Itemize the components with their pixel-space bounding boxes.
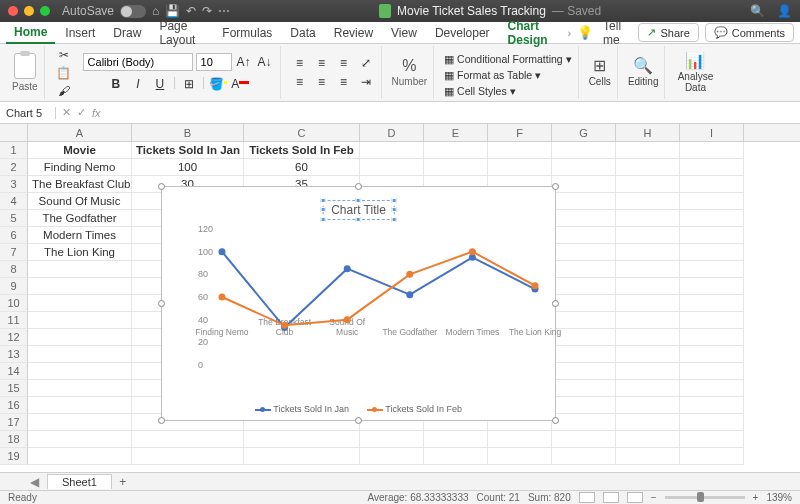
resize-handle[interactable] xyxy=(552,417,559,424)
cell[interactable] xyxy=(552,159,616,176)
cell[interactable]: Tickets Sold In Jan xyxy=(132,142,244,159)
column-header[interactable]: A xyxy=(28,124,132,141)
column-header[interactable]: C xyxy=(244,124,360,141)
cell[interactable]: 60 xyxy=(244,159,360,176)
cell[interactable] xyxy=(680,448,744,465)
cell[interactable] xyxy=(360,431,424,448)
cell[interactable] xyxy=(680,210,744,227)
resize-handle[interactable] xyxy=(158,183,165,190)
cell[interactable] xyxy=(132,431,244,448)
italic-button[interactable]: I xyxy=(129,75,147,93)
cell[interactable] xyxy=(616,380,680,397)
cell[interactable] xyxy=(616,159,680,176)
cell[interactable]: Modern Times xyxy=(28,227,132,244)
zoom-slider[interactable] xyxy=(665,496,745,499)
cell[interactable] xyxy=(616,329,680,346)
fx-icon[interactable]: fx xyxy=(92,107,101,119)
cell[interactable] xyxy=(616,261,680,278)
tab-formulas[interactable]: Formulas xyxy=(214,23,280,43)
cell[interactable] xyxy=(552,431,616,448)
select-all-corner[interactable] xyxy=(0,124,28,141)
cell[interactable] xyxy=(552,142,616,159)
tab-data[interactable]: Data xyxy=(282,23,323,43)
cell[interactable] xyxy=(680,380,744,397)
cell[interactable] xyxy=(488,142,552,159)
resize-handle[interactable] xyxy=(355,183,362,190)
cell[interactable] xyxy=(28,380,132,397)
cell[interactable] xyxy=(28,448,132,465)
tab-chart-design[interactable]: Chart Design xyxy=(500,16,566,50)
more-tabs-icon[interactable]: › xyxy=(567,27,571,39)
align-bottom-icon[interactable]: ≡ xyxy=(335,54,353,72)
cell[interactable] xyxy=(552,380,616,397)
confirm-formula-icon[interactable]: ✓ xyxy=(77,106,86,119)
chart-legend[interactable]: Tickets Sold In Jan Tickets Sold In Feb xyxy=(162,404,555,414)
row-header[interactable]: 10 xyxy=(0,295,28,312)
zoom-level[interactable]: 139% xyxy=(766,492,792,503)
resize-handle[interactable] xyxy=(158,300,165,307)
row-header[interactable]: 1 xyxy=(0,142,28,159)
tab-review[interactable]: Review xyxy=(326,23,381,43)
column-header[interactable]: H xyxy=(616,124,680,141)
cell[interactable] xyxy=(680,176,744,193)
cell[interactable] xyxy=(28,295,132,312)
cell[interactable] xyxy=(616,295,680,312)
cancel-formula-icon[interactable]: ✕ xyxy=(62,106,71,119)
editing-group[interactable]: 🔍 Editing xyxy=(622,46,666,99)
cell[interactable] xyxy=(680,346,744,363)
cell[interactable] xyxy=(616,210,680,227)
row-header[interactable]: 15 xyxy=(0,380,28,397)
cell[interactable] xyxy=(28,397,132,414)
font-size-select[interactable] xyxy=(196,53,232,71)
page-layout-view-icon[interactable] xyxy=(603,492,619,503)
row-header[interactable]: 17 xyxy=(0,414,28,431)
cell[interactable] xyxy=(616,414,680,431)
cell[interactable] xyxy=(488,159,552,176)
tab-home[interactable]: Home xyxy=(6,22,55,44)
cell[interactable] xyxy=(680,193,744,210)
search-icon[interactable]: 🔍 xyxy=(750,4,765,18)
row-header[interactable]: 16 xyxy=(0,397,28,414)
row-header[interactable]: 3 xyxy=(0,176,28,193)
cell[interactable] xyxy=(680,431,744,448)
row-header[interactable]: 14 xyxy=(0,363,28,380)
cell[interactable] xyxy=(360,142,424,159)
cell[interactable] xyxy=(424,448,488,465)
cell[interactable] xyxy=(28,312,132,329)
cell[interactable] xyxy=(616,312,680,329)
cell[interactable] xyxy=(552,363,616,380)
cell[interactable] xyxy=(132,448,244,465)
embedded-chart[interactable]: Chart Title 020406080100120Finding NemoT… xyxy=(161,186,556,421)
borders-button[interactable]: ⊞ xyxy=(180,75,198,93)
cell[interactable] xyxy=(680,312,744,329)
resize-handle[interactable] xyxy=(355,417,362,424)
cell[interactable] xyxy=(680,329,744,346)
row-header[interactable]: 13 xyxy=(0,346,28,363)
add-sheet-button[interactable]: + xyxy=(114,474,132,490)
normal-view-icon[interactable] xyxy=(579,492,595,503)
zoom-icon[interactable] xyxy=(40,6,50,16)
cell[interactable] xyxy=(28,346,132,363)
conditional-formatting-button[interactable]: ▦ Conditional Formatting ▾ xyxy=(444,53,571,65)
align-middle-icon[interactable]: ≡ xyxy=(313,54,331,72)
bold-button[interactable]: B xyxy=(107,75,125,93)
tab-developer[interactable]: Developer xyxy=(427,23,498,43)
cell[interactable] xyxy=(552,414,616,431)
cell[interactable] xyxy=(680,363,744,380)
row-header[interactable]: 2 xyxy=(0,159,28,176)
cell[interactable] xyxy=(552,295,616,312)
column-header[interactable]: G xyxy=(552,124,616,141)
cell[interactable] xyxy=(616,397,680,414)
chart-title[interactable]: Chart Title xyxy=(322,200,395,220)
cell[interactable] xyxy=(28,261,132,278)
paste-icon[interactable] xyxy=(14,53,36,79)
cell[interactable] xyxy=(28,363,132,380)
cell[interactable]: The Lion King xyxy=(28,244,132,261)
autosave-toggle[interactable] xyxy=(120,5,146,18)
cell[interactable]: Movie xyxy=(28,142,132,159)
tab-insert[interactable]: Insert xyxy=(57,23,103,43)
cell[interactable] xyxy=(424,142,488,159)
row-header[interactable]: 7 xyxy=(0,244,28,261)
row-header[interactable]: 9 xyxy=(0,278,28,295)
font-color-button[interactable]: A xyxy=(231,75,249,93)
